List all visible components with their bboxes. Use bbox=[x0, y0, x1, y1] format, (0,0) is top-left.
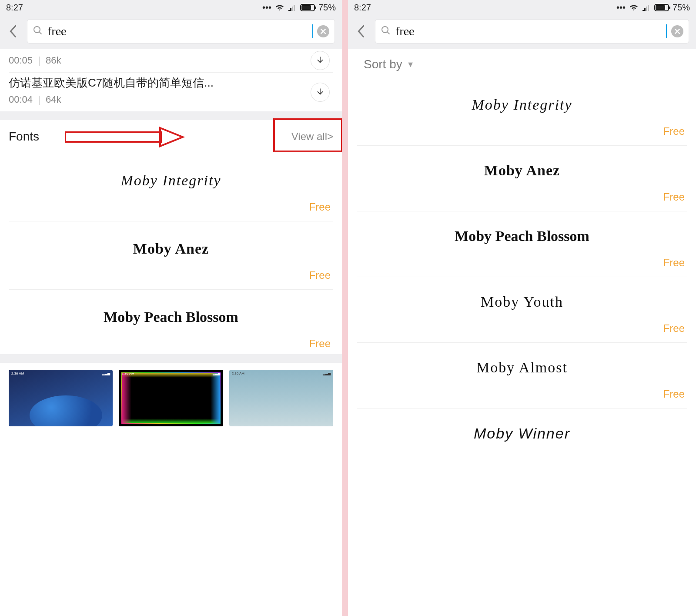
font-price: Free bbox=[357, 191, 687, 203]
sound-duration: 00:05 bbox=[9, 55, 33, 66]
font-item[interactable]: Moby Anez Free bbox=[348, 146, 696, 208]
search-input[interactable]: free bbox=[395, 24, 666, 38]
font-price: Free bbox=[357, 125, 687, 137]
sound-size: 64k bbox=[46, 94, 61, 105]
signal-icon bbox=[288, 4, 297, 11]
font-preview: Moby Integrity bbox=[357, 89, 687, 125]
wallpapers-row: 2:36 AM▂▃▅ 2:36 AM▂▃▅ 2:36 AM▂▃▅ bbox=[0, 363, 342, 433]
font-price: Free bbox=[9, 269, 333, 281]
battery-icon bbox=[654, 4, 669, 11]
font-item[interactable]: Moby Anez Free bbox=[0, 221, 342, 286]
search-icon bbox=[33, 25, 43, 37]
section-gap bbox=[0, 354, 342, 363]
chevron-down-icon: ▼ bbox=[407, 60, 415, 69]
status-right-cluster: ••• 75% bbox=[262, 3, 336, 13]
battery-icon bbox=[300, 4, 315, 11]
back-button[interactable] bbox=[351, 22, 371, 41]
phone-screen-left: 8:27 ••• 75% free bbox=[0, 0, 348, 616]
wallpaper-thumb[interactable]: 2:36 AM▂▃▅ bbox=[229, 370, 333, 426]
status-bar: 8:27 ••• 75% bbox=[348, 0, 696, 15]
font-item[interactable]: Moby Integrity Free bbox=[0, 153, 342, 218]
font-item[interactable]: Moby Winner bbox=[348, 408, 696, 459]
meta-separator: | bbox=[38, 94, 40, 105]
search-box[interactable]: free bbox=[375, 19, 689, 44]
font-preview: Moby Anez bbox=[357, 154, 687, 191]
font-preview: Moby Youth bbox=[357, 286, 687, 322]
view-all-link[interactable]: View all> bbox=[291, 131, 333, 143]
signal-icon bbox=[642, 4, 651, 11]
font-item[interactable]: Moby Almost Free bbox=[348, 343, 696, 405]
sound-item[interactable]: 仿诺基亚欧美版C7随机自带的简单短信... 00:04 | 64k bbox=[0, 73, 342, 111]
search-header: free bbox=[348, 15, 696, 49]
download-button[interactable] bbox=[311, 83, 330, 102]
font-item[interactable]: Moby Peach Blossom Free bbox=[348, 211, 696, 273]
battery-percent: 75% bbox=[318, 3, 336, 13]
back-button[interactable] bbox=[3, 22, 23, 41]
font-preview: Moby Peach Blossom bbox=[9, 301, 333, 338]
battery-percent: 75% bbox=[673, 3, 690, 13]
section-gap bbox=[0, 111, 342, 120]
wallpaper-thumb[interactable]: 2:36 AM▂▃▅ bbox=[9, 370, 113, 426]
status-right-cluster: ••• 75% bbox=[616, 3, 690, 13]
search-header: free bbox=[0, 15, 342, 49]
font-price: Free bbox=[357, 322, 687, 335]
search-input[interactable]: free bbox=[47, 24, 311, 38]
sound-title: 仿诺基亚欧美版C7随机自带的简单短信... bbox=[9, 75, 333, 90]
wallpaper-thumb[interactable]: 2:36 AM▂▃▅ bbox=[119, 370, 223, 426]
more-icon: ••• bbox=[616, 3, 626, 13]
sound-item[interactable]: x 00:05 | 86k bbox=[0, 49, 342, 72]
fonts-section-header: Fonts View all> bbox=[0, 120, 342, 153]
font-price: Free bbox=[9, 338, 333, 350]
status-bar: 8:27 ••• 75% bbox=[0, 0, 342, 15]
clear-search-button[interactable] bbox=[671, 25, 683, 37]
font-preview: Moby Integrity bbox=[9, 164, 333, 201]
wifi-icon bbox=[275, 3, 284, 11]
font-price: Free bbox=[9, 201, 333, 213]
phone-screen-right: 8:27 ••• 75% free bbox=[348, 0, 696, 616]
sort-by-dropdown[interactable]: Sort by ▼ bbox=[348, 49, 696, 80]
font-preview: Moby Winner bbox=[357, 417, 687, 454]
status-time: 8:27 bbox=[354, 3, 371, 13]
font-preview: Moby Anez bbox=[9, 233, 333, 269]
sound-size: 86k bbox=[46, 55, 61, 66]
text-caret bbox=[312, 24, 313, 38]
search-icon bbox=[381, 25, 391, 37]
font-preview: Moby Almost bbox=[357, 352, 687, 388]
download-button[interactable] bbox=[311, 51, 330, 70]
sounds-list: x 00:05 | 86k 仿诺基亚欧美版C7随机自带的简单短信... 00:0… bbox=[0, 49, 342, 111]
svg-rect-1 bbox=[65, 132, 161, 142]
search-box[interactable]: free bbox=[27, 19, 335, 44]
font-item[interactable]: Moby Integrity Free bbox=[348, 80, 696, 142]
font-item[interactable]: Moby Youth Free bbox=[348, 277, 696, 339]
font-preview: Moby Peach Blossom bbox=[357, 220, 687, 257]
fonts-section-title: Fonts bbox=[9, 130, 39, 144]
wifi-icon bbox=[629, 3, 639, 11]
font-price: Free bbox=[357, 257, 687, 269]
clear-search-button[interactable] bbox=[317, 25, 329, 37]
annotation-arrow-icon bbox=[65, 126, 187, 148]
sort-by-label: Sort by bbox=[364, 57, 402, 71]
font-price: Free bbox=[357, 388, 687, 400]
more-icon: ••• bbox=[262, 3, 271, 13]
status-time: 8:27 bbox=[6, 3, 23, 13]
text-caret bbox=[666, 24, 667, 38]
meta-separator: | bbox=[38, 55, 40, 66]
sound-duration: 00:04 bbox=[9, 94, 33, 105]
font-item[interactable]: Moby Peach Blossom Free bbox=[0, 290, 342, 354]
